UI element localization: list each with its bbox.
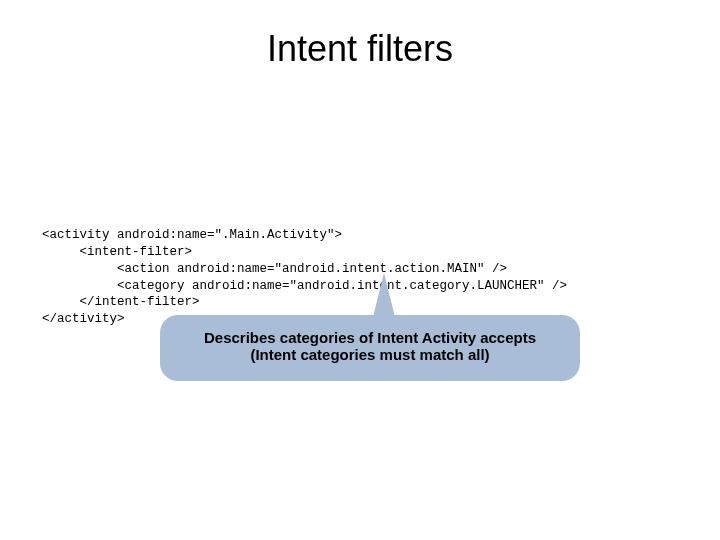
code-line: </intent-filter> [42, 295, 200, 309]
code-line: <intent-filter> [42, 245, 192, 259]
callout-body: Describes categories of Intent Activity … [160, 315, 580, 381]
callout: Describes categories of Intent Activity … [160, 315, 580, 381]
code-block: <activity android:name=".Main.Activity">… [42, 210, 567, 328]
slide-title: Intent filters [0, 0, 720, 70]
code-line: <activity android:name=".Main.Activity"> [42, 228, 342, 242]
code-line: </activity> [42, 312, 125, 326]
callout-text-line1: Describes categories of Intent Activity … [180, 329, 560, 346]
callout-text-line2: (Intent categories must match all) [180, 346, 560, 363]
code-line: <category android:name="android.intent.c… [42, 279, 567, 293]
code-line: <action android:name="android.intent.act… [42, 262, 507, 276]
